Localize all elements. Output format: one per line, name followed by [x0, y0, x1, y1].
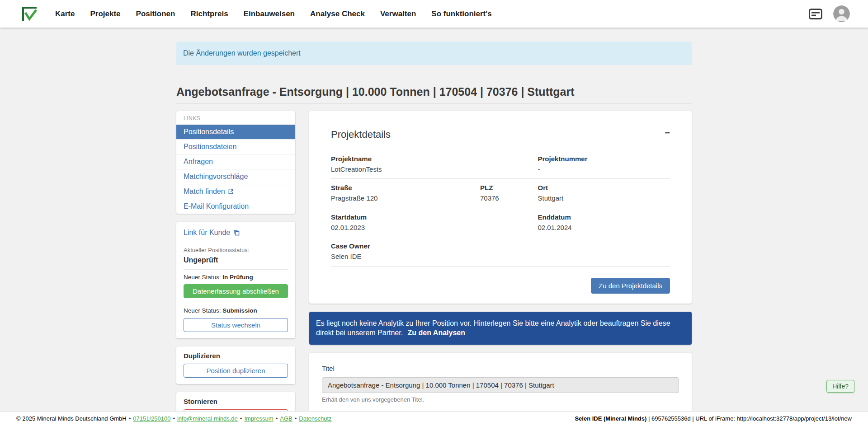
logo-icon: [22, 6, 37, 22]
new-status-label: Neuer Status:: [184, 274, 221, 281]
navbar-right: [809, 5, 850, 22]
project-row: Projektname LotCreationTests Projektnumm…: [331, 150, 670, 179]
duplicate-card: Duplizieren Position duplizieren: [176, 346, 295, 384]
duplicate-position-button[interactable]: Position duplizieren: [184, 364, 288, 378]
page-content: Die Änderungen wurden gespeichert Angebo…: [0, 28, 868, 412]
footer-separator: •: [295, 415, 297, 422]
footer-separator: •: [240, 415, 242, 422]
field-enddatum: Enddatum 02.01.2024: [538, 213, 670, 232]
new-status-value: Submission: [222, 307, 257, 314]
sidebar-item-positionsdetails[interactable]: Positionsdetails: [176, 124, 295, 139]
project-row: Startdatum 02.01.2023 Enddatum 02.01.202…: [331, 208, 670, 238]
new-status-value: In Prüfung: [222, 274, 253, 281]
project-details-card: Projektdetails − Projektname LotCreation…: [309, 111, 692, 304]
nav-item-karte[interactable]: Karte: [55, 9, 75, 19]
project-row: Straße Pragstraße 120 PLZ 70376 Ort Stut…: [331, 179, 670, 208]
field-ort: Ort Stuttgart: [538, 184, 670, 203]
footer-separator: •: [276, 415, 278, 422]
footer-datenschutz-link[interactable]: Datenschutz: [299, 415, 331, 422]
duplicate-card-title: Duplizieren: [184, 352, 288, 360]
titel-label: Titel: [322, 365, 679, 373]
footer: © 2025 Mineral Minds Deutschland GmbH • …: [0, 411, 868, 426]
nav-item-projekte[interactable]: Projekte: [90, 9, 120, 19]
nav-item-positionen[interactable]: Positionen: [136, 9, 175, 19]
switch-status-button[interactable]: Status wechseln: [184, 318, 288, 332]
customer-link-label: Link für Kunde: [184, 228, 230, 237]
sidebar-item-positionsdateien[interactable]: Positionsdateien: [176, 139, 295, 154]
field-startdatum: Startdatum 02.01.2023: [331, 213, 538, 232]
go-to-analyses-link[interactable]: Zu den Analysen: [408, 329, 465, 337]
footer-left: © 2025 Mineral Minds Deutschland GmbH • …: [16, 415, 332, 422]
footer-separator: •: [129, 415, 131, 422]
sidebar: LINKS Positionsdetails Positionsdateien …: [176, 111, 295, 412]
collapse-icon[interactable]: −: [665, 128, 670, 137]
titel-input: [322, 377, 679, 393]
go-to-project-details-button[interactable]: Zu den Projektdetails: [591, 278, 670, 294]
cancel-card: Stornieren Stornieren: [176, 392, 295, 412]
copy-icon: [233, 229, 240, 236]
analytics-banner-text: Es liegt noch keine Analytik zu Ihrer Po…: [316, 319, 670, 337]
divider: [184, 303, 288, 303]
current-status-label: Aktueller Positionsstatus:: [184, 247, 288, 254]
title-divider: [176, 103, 692, 104]
field-projektname: Projektname LotCreationTests: [331, 155, 538, 174]
main-column: Projektdetails − Projektname LotCreation…: [309, 111, 692, 412]
sidebar-item-matchingvorschlaege[interactable]: Matchingvorschläge: [176, 169, 295, 184]
footer-separator: •: [173, 415, 175, 422]
external-link-icon: [228, 189, 234, 195]
footer-user: Selen IDE (Mineral Minds): [575, 415, 646, 422]
footer-email-link[interactable]: info@mineral-minds.de: [177, 415, 238, 422]
mineral-minds-logo: [22, 6, 37, 22]
nav-item-so-funktionierts[interactable]: So funktioniert's: [431, 9, 491, 19]
new-status-label: Neuer Status:: [184, 307, 221, 314]
nav-item-einbauweisen[interactable]: Einbauweisen: [244, 9, 295, 19]
device-icon[interactable]: [809, 9, 822, 19]
project-row: Case Owner Selen IDE: [331, 237, 670, 267]
field-projektnummer: Projektnummer -: [538, 155, 670, 174]
status-card: Link für Kunde Aktueller Positionsstatus…: [176, 222, 295, 338]
footer-right: Selen IDE (Mineral Minds) | 69576255536d…: [575, 415, 852, 422]
sidebar-links-card: LINKS Positionsdetails Positionsdateien …: [176, 111, 295, 214]
project-details-title: Projektdetails: [331, 128, 391, 141]
current-status-value: Ungeprüft: [184, 256, 288, 270]
help-button[interactable]: Hilfe?: [826, 380, 854, 393]
field-plz: PLZ 70376: [480, 184, 538, 203]
main-nav: Karte Projekte Positionen Richtpreis Ein…: [55, 9, 809, 19]
nav-item-analyse-check[interactable]: Analyse Check: [310, 9, 365, 19]
footer-session-info: | 69576255536d | URL of iFrame: http://l…: [646, 415, 852, 422]
sidebar-item-anfragen[interactable]: Anfragen: [176, 154, 295, 169]
footer-agb-link[interactable]: AGB: [280, 415, 292, 422]
customer-link[interactable]: Link für Kunde: [184, 228, 288, 242]
complete-data-entry-button[interactable]: Datenerfassung abschließen: [184, 284, 288, 298]
position-form-card: Titel Erhält den von uns vorgegebenen Ti…: [309, 353, 692, 412]
new-status-line-2: Neuer Status: Submission: [184, 307, 288, 315]
sidebar-item-match-finden[interactable]: Match finden: [176, 184, 295, 199]
user-avatar-icon[interactable]: [833, 5, 850, 22]
nav-item-verwalten[interactable]: Verwalten: [380, 9, 416, 19]
new-status-line-1: Neuer Status: In Prüfung: [184, 274, 288, 281]
page-title: Angebotsanfrage - Entsorgung | 10.000 To…: [176, 85, 692, 99]
copyright-text: © 2025 Mineral Minds Deutschland GmbH: [16, 415, 127, 422]
top-navbar: Karte Projekte Positionen Richtpreis Ein…: [0, 0, 868, 28]
footer-phone-link[interactable]: 07151/250100: [133, 415, 170, 422]
field-strasse: Straße Pragstraße 120: [331, 184, 480, 203]
links-header: LINKS: [176, 111, 295, 124]
titel-helper: Erhält den von uns vorgegebenen Titel.: [322, 396, 679, 403]
cancel-card-title: Stornieren: [184, 398, 288, 406]
sidebar-item-label: Match finden: [184, 187, 225, 196]
field-case-owner: Case Owner Selen IDE: [331, 242, 670, 261]
success-alert: Die Änderungen wurden gespeichert: [176, 42, 692, 65]
analytics-banner: Es liegt noch keine Analytik zu Ihrer Po…: [309, 312, 692, 345]
footer-impressum-link[interactable]: Impressum: [244, 415, 273, 422]
sidebar-item-email-konfiguration[interactable]: E-Mail Konfiguration: [176, 199, 295, 214]
nav-item-richtpreis[interactable]: Richtpreis: [190, 9, 228, 19]
